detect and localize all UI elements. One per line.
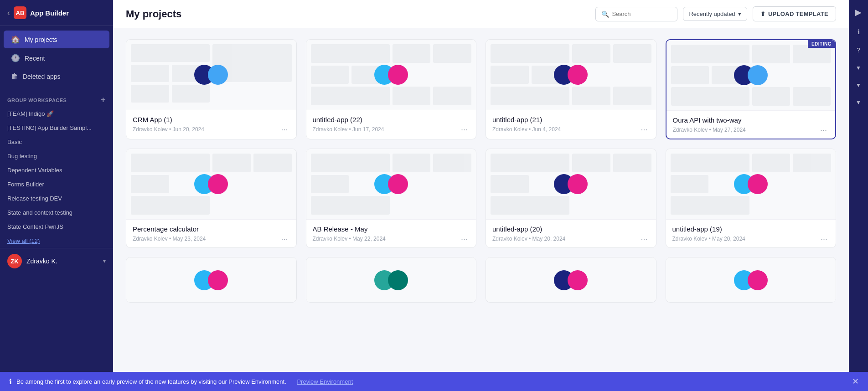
card-more-button[interactable]: ··· xyxy=(818,126,829,134)
user-profile[interactable]: ZK Zdravko K. ▾ xyxy=(0,248,113,274)
card-more-button[interactable]: ··· xyxy=(639,235,649,243)
back-icon[interactable]: ‹ xyxy=(7,8,10,18)
workspace-item-release-testing-dev[interactable]: Release testing DEV xyxy=(0,191,113,206)
sidebar-item-label: Deleted apps xyxy=(23,73,61,80)
search-box[interactable]: 🔍 xyxy=(595,7,677,21)
workspace-item-team-indigo[interactable]: [TEAM] Indigo 🚀 xyxy=(0,107,113,121)
card-thumbnail xyxy=(306,149,476,220)
card-meta: Zdravko Kolev • Jun 17, 2024 xyxy=(313,126,384,133)
card-body: untitled-app (19) Zdravko Kolev • May 20… xyxy=(666,220,836,247)
app-logo: AB xyxy=(14,6,26,19)
workspace-item-state-context-pwnjs[interactable]: State Context PwnJS xyxy=(0,220,113,234)
project-card-untitled-19[interactable]: untitled-app (19) Zdravko Kolev • May 20… xyxy=(666,149,837,248)
card-footer: Zdravko Kolev • Jun 17, 2024 ··· xyxy=(313,125,470,134)
card-footer: Zdravko Kolev • May 20, 2024 ··· xyxy=(492,235,650,243)
notification-link[interactable]: Preview Environment xyxy=(297,378,353,385)
card-display-name: untitled-app (22) xyxy=(313,116,470,123)
workspace-item-testing-sample[interactable]: [TESTING] App Builder Sampl... xyxy=(0,121,113,135)
add-workspace-button[interactable]: + xyxy=(101,95,106,105)
upload-label: UPLOAD TEMPLATE xyxy=(768,10,828,17)
card-more-button[interactable]: ··· xyxy=(279,125,289,134)
app-icon xyxy=(374,270,408,290)
card-body: AB Release - May Zdravko Kolev • May 22,… xyxy=(306,220,476,247)
workspace-item-bug-testing[interactable]: Bug testing xyxy=(0,149,113,163)
collapse-icon-3[interactable]: ▼ xyxy=(853,97,864,108)
upload-icon: ⬆ xyxy=(760,10,765,17)
icon-circle-right xyxy=(208,270,228,290)
workspace-list-container: [TEAM] Indigo 🚀 [TESTING] App Builder Sa… xyxy=(0,107,113,248)
collapse-icon-2[interactable]: ▼ xyxy=(853,79,864,91)
sidebar-header: ‹ AB App Builder xyxy=(0,0,113,26)
collapse-icon-1[interactable]: ▼ xyxy=(853,62,864,74)
upload-template-button[interactable]: ⬆ UPLOAD TEMPLATE xyxy=(753,6,836,21)
project-card-ab-release-may[interactable]: AB Release - May Zdravko Kolev • May 22,… xyxy=(306,149,477,248)
icon-circle-right xyxy=(208,65,228,85)
search-icon: 🔍 xyxy=(601,10,609,18)
card-footer: Zdravko Kolev • May 20, 2024 ··· xyxy=(672,235,830,243)
sidebar-item-deleted[interactable]: 🗑 Deleted apps xyxy=(4,68,109,85)
workspace-item-state-context-testing[interactable]: State and context testing xyxy=(0,206,113,220)
view-all-workspaces[interactable]: View all (12) xyxy=(0,234,113,248)
project-card-row3-4[interactable] xyxy=(666,257,837,303)
card-more-button[interactable]: ··· xyxy=(639,125,649,134)
project-card-row3-2[interactable] xyxy=(306,257,477,303)
user-menu-chevron-icon: ▾ xyxy=(103,258,106,264)
sidebar-item-my-projects[interactable]: 🏠 My projects xyxy=(4,31,109,48)
help-icon[interactable]: ? xyxy=(854,44,863,57)
project-card-oura-api[interactable]: EDITING Oura API with two-way Zdravko Ko… xyxy=(666,39,837,139)
icon-circle-right xyxy=(748,174,768,194)
app-icon xyxy=(194,65,228,85)
notification-bar: ℹ Be among the first to explore an early… xyxy=(0,372,868,391)
project-card-crm-app-1[interactable]: CRM App (1) Zdravko Kolev • Jun 20, 2024… xyxy=(126,39,297,139)
app-icon xyxy=(194,174,228,194)
card-meta: Zdravko Kolev • May 22, 2024 xyxy=(313,236,386,242)
info-icon[interactable]: ℹ xyxy=(855,26,863,38)
workspace-item-dependent-variables[interactable]: Dependent Variables xyxy=(0,163,113,177)
app-icon xyxy=(554,65,588,85)
notification-close-button[interactable]: ✕ xyxy=(852,376,859,386)
project-card-untitled-21[interactable]: untitled-app (21) Zdravko Kolev • Jun 4,… xyxy=(486,39,656,139)
app-title: App Builder xyxy=(30,9,69,17)
workspace-item-basic[interactable]: Basic xyxy=(0,135,113,149)
project-card-percentage-calc[interactable]: Percentage calculator Zdravko Kolev • Ma… xyxy=(126,149,297,248)
icon-circle-right xyxy=(208,174,228,194)
card-meta: Zdravko Kolev • Jun 4, 2024 xyxy=(492,126,561,133)
project-card-row3-3[interactable] xyxy=(486,257,656,303)
sidebar-item-recent[interactable]: 🕐 Recent xyxy=(4,49,109,67)
sort-label: Recently updated xyxy=(689,10,735,17)
card-thumbnail xyxy=(126,149,296,220)
search-input[interactable] xyxy=(612,10,666,17)
card-thumbnail xyxy=(306,257,476,303)
card-footer: Zdravko Kolev • May 23, 2024 ··· xyxy=(133,235,290,243)
card-thumbnail xyxy=(486,257,656,303)
card-footer: Zdravko Kolev • Jun 20, 2024 ··· xyxy=(133,125,290,134)
username: Zdravko K. xyxy=(26,257,98,265)
project-card-untitled-20[interactable]: untitled-app (20) Zdravko Kolev • May 20… xyxy=(486,149,656,248)
card-more-button[interactable]: ··· xyxy=(459,125,470,134)
card-display-name: Oura API with two-way xyxy=(673,116,829,124)
card-more-button[interactable]: ··· xyxy=(819,235,829,243)
card-body: Oura API with two-way Zdravko Kolev • Ma… xyxy=(666,111,836,139)
card-body: untitled-app (22) Zdravko Kolev • Jun 17… xyxy=(306,110,476,138)
card-footer: Zdravko Kolev • May 27, 2024 ··· xyxy=(673,126,829,134)
icon-circle-right xyxy=(388,270,408,290)
sort-dropdown[interactable]: Recently updated ▾ xyxy=(683,7,747,21)
workspace-list: [TEAM] Indigo 🚀 [TESTING] App Builder Sa… xyxy=(0,107,113,248)
notification-text: Be among the first to explore an early p… xyxy=(16,378,286,385)
card-body: CRM App (1) Zdravko Kolev • Jun 20, 2024… xyxy=(126,110,296,138)
project-card-untitled-22[interactable]: untitled-app (22) Zdravko Kolev • Jun 17… xyxy=(306,39,477,139)
card-body: untitled-app (21) Zdravko Kolev • Jun 4,… xyxy=(486,110,656,138)
card-meta: Zdravko Kolev • May 20, 2024 xyxy=(672,236,745,242)
app-icon xyxy=(734,65,768,85)
group-workspaces-header: GROUP WORKSPACES + xyxy=(0,90,113,107)
icon-circle-right xyxy=(748,270,768,290)
card-display-name: CRM App (1) xyxy=(133,116,290,123)
workspace-item-forms-builder[interactable]: Forms Builder xyxy=(0,177,113,191)
project-card-row3-1[interactable] xyxy=(126,257,297,303)
card-footer: Zdravko Kolev • May 22, 2024 ··· xyxy=(313,235,470,243)
card-more-button[interactable]: ··· xyxy=(459,235,470,243)
card-more-button[interactable]: ··· xyxy=(279,235,289,243)
icon-circle-right xyxy=(748,65,768,85)
card-body: Percentage calculator Zdravko Kolev • Ma… xyxy=(126,220,296,247)
play-icon[interactable]: ▶ xyxy=(852,5,864,20)
